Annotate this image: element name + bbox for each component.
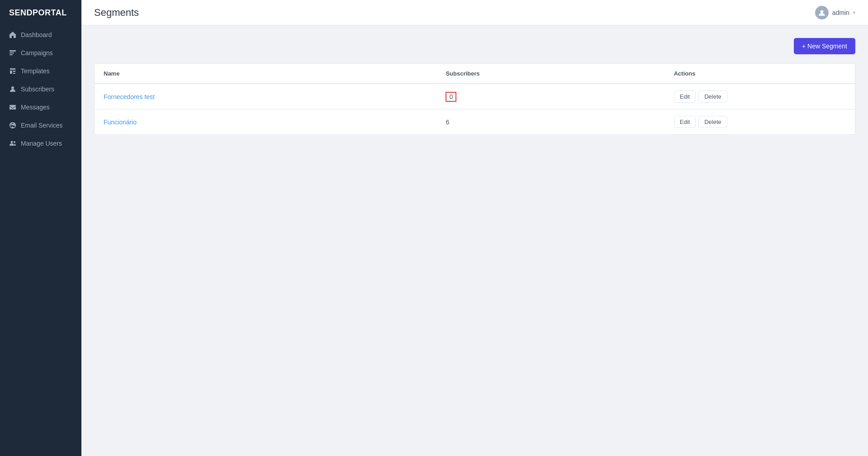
table-header: Name Subscribers Actions: [95, 64, 855, 84]
subscribers-icon: [9, 86, 16, 93]
sidebar-label-templates: Templates: [21, 67, 50, 75]
segment-subscribers-cell: 6: [436, 109, 664, 135]
sidebar-item-subscribers[interactable]: Subscribers: [0, 80, 81, 98]
subscriber-count-highlighted: 0: [446, 92, 456, 102]
user-menu[interactable]: admin ▾: [815, 6, 855, 19]
new-segment-button[interactable]: + New Segment: [794, 38, 855, 54]
sidebar-item-messages[interactable]: Messages: [0, 98, 81, 116]
table-row: Fornecedores test 0 Edit Delete: [95, 84, 855, 109]
col-subscribers: Subscribers: [436, 64, 664, 84]
sidebar: SENDPORTAL Dashboard Campaigns Templates: [0, 0, 81, 456]
email-services-icon: [9, 122, 16, 129]
action-buttons: Edit Delete: [674, 116, 846, 128]
svg-point-4: [11, 141, 13, 143]
main-area: Segments admin ▾ + New Segment Name Subs: [81, 0, 868, 456]
segment-link-fornecedores[interactable]: Fornecedores test: [104, 93, 155, 100]
content-area: + New Segment Name Subscribers Actions F…: [81, 25, 868, 456]
logo: SENDPORTAL: [9, 8, 67, 17]
segment-actions-cell: Edit Delete: [665, 84, 855, 109]
sidebar-label-dashboard: Dashboard: [21, 31, 52, 38]
table-body: Fornecedores test 0 Edit Delete: [95, 84, 855, 134]
edit-button-1[interactable]: Edit: [674, 90, 696, 103]
table-row: Funcionário 6 Edit Delete: [95, 109, 855, 135]
delete-button-2[interactable]: Delete: [698, 116, 727, 128]
svg-rect-0: [9, 50, 16, 52]
messages-icon: [9, 104, 16, 111]
delete-button-1[interactable]: Delete: [698, 90, 727, 103]
sidebar-label-messages: Messages: [21, 104, 50, 111]
chevron-down-icon: ▾: [853, 10, 855, 15]
sidebar-item-dashboard[interactable]: Dashboard: [0, 26, 81, 44]
sidebar-item-manage-users[interactable]: Manage Users: [0, 134, 81, 152]
sidebar-label-campaigns: Campaigns: [21, 49, 53, 57]
svg-rect-2: [9, 54, 13, 55]
edit-button-2[interactable]: Edit: [674, 116, 696, 128]
segment-link-funcionario[interactable]: Funcionário: [104, 119, 137, 126]
segment-name-cell: Fornecedores test: [95, 84, 436, 109]
svg-point-3: [11, 86, 14, 89]
sidebar-label-subscribers: Subscribers: [21, 86, 54, 93]
subscriber-count: 6: [446, 119, 449, 126]
sidebar-item-templates[interactable]: Templates: [0, 62, 81, 80]
svg-point-5: [14, 141, 15, 143]
home-icon: [9, 31, 16, 38]
segment-actions-cell: Edit Delete: [665, 109, 855, 135]
action-buttons: Edit Delete: [674, 90, 846, 103]
top-header: Segments admin ▾: [81, 0, 868, 25]
segments-table: Name Subscribers Actions Fornecedores te…: [94, 63, 855, 135]
logo-area: SENDPORTAL: [0, 0, 81, 26]
templates-icon: [9, 67, 16, 75]
svg-point-6: [820, 10, 823, 13]
col-name: Name: [95, 64, 436, 84]
segments-data-table: Name Subscribers Actions Fornecedores te…: [95, 64, 855, 134]
campaigns-icon: [9, 49, 16, 57]
manage-users-icon: [9, 140, 16, 147]
page-title: Segments: [94, 7, 139, 19]
content-header: + New Segment: [94, 38, 855, 54]
avatar: [815, 6, 829, 19]
sidebar-item-email-services[interactable]: Email Services: [0, 116, 81, 134]
sidebar-label-manage-users: Manage Users: [21, 140, 62, 147]
user-name: admin: [832, 9, 849, 16]
sidebar-item-campaigns[interactable]: Campaigns: [0, 44, 81, 62]
sidebar-label-email-services: Email Services: [21, 122, 63, 129]
segment-name-cell: Funcionário: [95, 109, 436, 135]
svg-rect-1: [9, 52, 14, 53]
segment-subscribers-cell: 0: [436, 84, 664, 109]
col-actions: Actions: [665, 64, 855, 84]
